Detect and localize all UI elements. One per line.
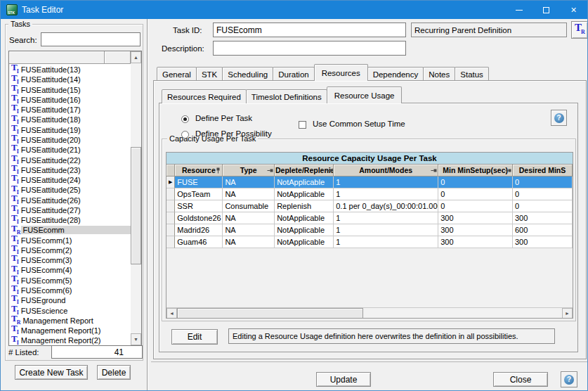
search-input[interactable] <box>41 32 141 46</box>
close-dialog-button[interactable]: Close <box>493 372 548 387</box>
cell-desired-mins[interactable]: 300 <box>513 212 573 224</box>
list-item-management-report-1[interactable]: TIManagement Report(1) <box>10 326 131 335</box>
cell-amount-modes[interactable]: 1 <box>334 236 438 248</box>
list-item-fuseattitude-15[interactable]: TIFUSEattitude(15) <box>10 85 131 95</box>
table-row-madrid26[interactable]: Madrid26NANotApplicable1300600 <box>166 224 573 236</box>
cell-amount-modes[interactable]: 1 <box>334 212 438 224</box>
recurring-task-button[interactable]: TR <box>571 21 588 39</box>
define-per-task-radio[interactable]: Define Per Task <box>181 114 252 123</box>
cell-amount-modes[interactable]: 1 <box>334 188 438 200</box>
list-column-header[interactable] <box>9 51 105 64</box>
cell-type[interactable]: Consumable <box>223 200 275 212</box>
tab-notes[interactable]: Notes <box>423 67 455 81</box>
cell-deplete-replenish[interactable]: NotApplicable <box>275 224 334 236</box>
scrollbar-thumb[interactable] <box>131 147 141 264</box>
cell-min-minsetup-sec[interactable]: 0 <box>438 177 513 188</box>
edit-button[interactable]: Edit <box>171 329 218 345</box>
tab-resources[interactable]: Resources <box>314 64 368 81</box>
column-header-min-minsetup-sec[interactable]: Min MinSetup(sec) <box>438 165 513 177</box>
cell-amount-modes[interactable]: 1 <box>334 177 438 188</box>
column-header-deplete-replenish[interactable]: Deplete/Replenish <box>275 165 334 177</box>
maximize-button[interactable] <box>533 1 560 19</box>
list-item-fuseattitude-23[interactable]: TIFUSEattitude(23) <box>10 165 131 175</box>
cell-type[interactable]: NA <box>223 224 275 236</box>
list-item-fuseattitude-25[interactable]: TIFUSEattitude(25) <box>10 185 131 195</box>
column-header-desired-mins[interactable]: Desired MinS <box>513 165 573 177</box>
grid-hscrollbar[interactable]: ◄ ► <box>166 307 573 318</box>
task-list-scrollbar[interactable]: ▲ ▼ <box>131 51 141 345</box>
cell-resource[interactable]: Guam46 <box>175 236 223 248</box>
define-per-possibility-radio[interactable]: Define Per Possibility <box>181 129 272 139</box>
cell-desired-mins[interactable]: 0 <box>513 177 573 188</box>
cell-min-minsetup-sec[interactable]: 0 <box>438 188 513 200</box>
cell-desired-mins[interactable]: 600 <box>513 224 573 236</box>
table-row-goldstone26[interactable]: Goldstone26NANotApplicable1300300 <box>166 212 573 224</box>
cell-resource[interactable]: FUSE <box>175 177 223 188</box>
minimize-button[interactable] <box>505 1 533 19</box>
cell-resource[interactable]: Goldstone26 <box>175 212 223 224</box>
list-item-fusecomm-3[interactable]: TIFUSEcomm(3) <box>10 255 131 265</box>
tab-dependency[interactable]: Dependency <box>367 67 424 81</box>
list-item-fusecomm-4[interactable]: TIFUSEcomm(4) <box>10 265 131 275</box>
list-item-fuseattitude-18[interactable]: TIFUSEattitude(18) <box>10 115 131 124</box>
cell-resource[interactable]: Madrid26 <box>175 224 223 236</box>
list-item-fuseattitude-21[interactable]: TIFUSEattitude(21) <box>10 145 131 155</box>
column-header-amount-modes[interactable]: Amount/Modes <box>334 165 438 177</box>
scroll-up-icon[interactable]: ▲ <box>131 51 141 63</box>
list-item-fuseattitude-16[interactable]: TIFUSEattitude(16) <box>10 95 131 105</box>
update-button[interactable]: Update <box>316 372 371 387</box>
table-row-ssr[interactable]: SSRConsumableReplenish0.1 per 0_day(s)_0… <box>166 200 573 212</box>
scroll-down-icon[interactable]: ▼ <box>131 333 141 345</box>
column-header-resource[interactable]: Resource <box>175 165 223 177</box>
cell-desired-mins[interactable]: 0 <box>513 188 573 200</box>
list-item-fuseattitude-27[interactable]: TIFUSEattitude(27) <box>10 205 131 215</box>
table-row-guam46[interactable]: Guam46NANotApplicable1300300 <box>166 236 573 248</box>
subtab-resources-required[interactable]: Resources Required <box>162 89 247 103</box>
delete-button[interactable]: Delete <box>97 365 131 380</box>
cell-deplete-replenish[interactable]: NotApplicable <box>275 212 334 224</box>
cell-desired-mins[interactable]: 0 <box>513 200 573 212</box>
table-row-fuse[interactable]: ▶FUSENANotApplicable100 <box>166 177 573 188</box>
cell-min-minsetup-sec[interactable]: 0 <box>438 200 513 212</box>
task-id-input[interactable] <box>213 23 406 37</box>
scroll-left-icon[interactable]: ◄ <box>166 308 177 319</box>
list-item-management-report[interactable]: TRManagement Report <box>10 316 131 326</box>
list-item-fusecomm-5[interactable]: TIFUSEcomm(5) <box>10 276 131 286</box>
cell-desired-mins[interactable]: 300 <box>513 236 573 248</box>
list-item-fuseattitude-22[interactable]: TIFUSEattitude(22) <box>10 155 131 165</box>
list-item-fusecomm-2[interactable]: TIFUSEcomm(2) <box>10 245 131 255</box>
list-item-fuseattitude-26[interactable]: TIFUSEattitude(26) <box>10 195 131 205</box>
cell-deplete-replenish[interactable]: NotApplicable <box>275 177 334 188</box>
list-item-fuseattitude-19[interactable]: TIFUSEattitude(19) <box>10 125 131 135</box>
list-item-fusescience[interactable]: TIFUSEscience <box>10 305 131 315</box>
list-item-management-report-2[interactable]: TIManagement Report(2) <box>10 335 131 345</box>
list-item-fuseattitude-17[interactable]: TIFUSEattitude(17) <box>10 105 131 115</box>
cell-type[interactable]: NA <box>223 177 275 188</box>
scroll-right-icon[interactable]: ► <box>562 308 573 319</box>
close-button[interactable]: × <box>560 1 587 19</box>
subtab-timeslot-definitions[interactable]: Timeslot Definitions <box>246 89 327 103</box>
list-item-fuseattitude-14[interactable]: TIFUSEattitude(14) <box>10 75 131 84</box>
list-item-fusecomm-6[interactable]: TIFUSEcomm(6) <box>10 286 131 295</box>
cell-resource[interactable]: SSR <box>175 200 223 212</box>
scrollbar-thumb[interactable] <box>177 308 363 319</box>
cell-type[interactable]: NA <box>223 236 275 248</box>
cell-type[interactable]: NA <box>223 212 275 224</box>
list-item-fusecomm[interactable]: TRFUSEcomm <box>10 225 131 235</box>
tab-scheduling[interactable]: Scheduling <box>222 67 273 81</box>
table-row-opsteam[interactable]: OpsTeamNANotApplicable100 <box>166 188 573 200</box>
tab-duration[interactable]: Duration <box>273 67 314 81</box>
cell-type[interactable]: NA <box>223 188 275 200</box>
cell-amount-modes[interactable]: 1 <box>334 224 438 236</box>
tab-general[interactable]: General <box>157 67 197 81</box>
tab-stk[interactable]: STK <box>196 67 223 81</box>
column-header-type[interactable]: Type <box>223 165 275 177</box>
create-new-task-button[interactable]: Create New Task <box>15 365 88 380</box>
cell-deplete-replenish[interactable]: NotApplicable <box>275 236 334 248</box>
tab-status[interactable]: Status <box>455 67 489 81</box>
cell-resource[interactable]: OpsTeam <box>175 188 223 200</box>
list-item-fuseattitude-20[interactable]: TIFUSEattitude(20) <box>10 135 131 145</box>
cell-deplete-replenish[interactable]: NotApplicable <box>275 188 334 200</box>
list-item-fuseground[interactable]: TIFUSEground <box>10 295 131 305</box>
list-item-fuseattitude-28[interactable]: TIFUSEattitude(28) <box>10 215 131 225</box>
